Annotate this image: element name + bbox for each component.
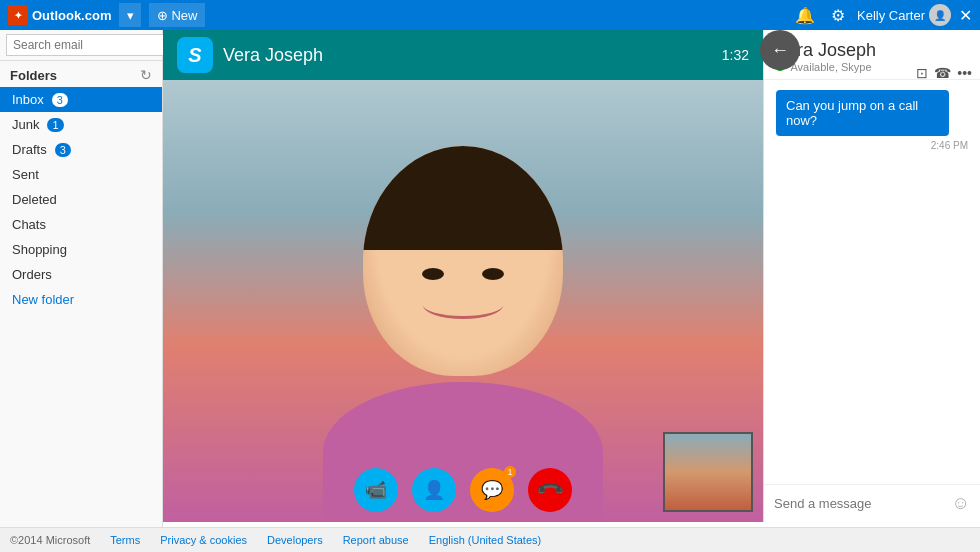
skype-contact-name: Vera Joseph bbox=[223, 45, 712, 66]
people-icon: 👤 bbox=[423, 479, 445, 501]
chat-messages: Can you jump on a call now? 2:46 PM bbox=[764, 80, 980, 484]
video-icon: 📹 bbox=[365, 479, 387, 501]
sidebar-item-drafts[interactable]: Drafts 3 bbox=[0, 137, 162, 162]
deleted-label: Deleted bbox=[12, 192, 57, 207]
sidebar-item-sent[interactable]: Sent bbox=[0, 162, 162, 187]
back-icon: ← bbox=[771, 40, 789, 61]
search-input[interactable] bbox=[6, 34, 170, 56]
topbar: ✦ Outlook.com ▾ ⊕ New 🔔 ⚙ Kelly Carter 👤… bbox=[0, 0, 980, 30]
emoji-button[interactable]: ☺ bbox=[952, 493, 970, 514]
sidebar-item-inbox[interactable]: Inbox 3 bbox=[0, 87, 162, 112]
right-eye bbox=[482, 268, 504, 280]
chat-bubble: Can you jump on a call now? bbox=[776, 90, 949, 136]
logo-text: Outlook.com bbox=[32, 8, 111, 23]
inbox-badge: 3 bbox=[52, 93, 68, 107]
new-folder-label: New folder bbox=[12, 292, 74, 307]
audio-call-icon-button[interactable]: ☎ bbox=[934, 65, 951, 81]
skype-call-duration: 1:32 bbox=[722, 47, 749, 63]
skype-back-button[interactable]: ← bbox=[760, 30, 800, 70]
drafts-label: Drafts bbox=[12, 142, 47, 157]
folders-title: Folders bbox=[10, 68, 57, 83]
skype-header: S Vera Joseph 1:32 bbox=[163, 30, 763, 80]
junk-badge: 1 bbox=[47, 118, 63, 132]
avatar: 👤 bbox=[929, 4, 951, 26]
search-area: 🔍 bbox=[0, 30, 162, 61]
person-smile bbox=[423, 291, 503, 319]
shopping-label: Shopping bbox=[12, 242, 67, 257]
skype-logo: S bbox=[177, 37, 213, 73]
settings-icon: ⚙ bbox=[831, 7, 845, 24]
report-abuse-link[interactable]: Report abuse bbox=[343, 534, 409, 546]
topbar-right: 🔔 ⚙ Kelly Carter 👤 ✕ bbox=[791, 4, 972, 27]
skype-logo-icon: S bbox=[177, 37, 213, 73]
chat-button[interactable]: 💬 1 bbox=[470, 468, 514, 512]
new-button[interactable]: ⊕ New bbox=[149, 3, 205, 27]
chat-notification-badge: 1 bbox=[504, 466, 516, 478]
logo-dropdown-button[interactable]: ▾ bbox=[119, 3, 141, 27]
chat-contact-name: Vera Joseph bbox=[776, 40, 968, 61]
status-text: Available bbox=[790, 61, 834, 73]
sidebar-item-chats[interactable]: Chats bbox=[0, 212, 162, 237]
status-platform: Skype bbox=[841, 61, 872, 73]
message-text: Can you jump on a call now? bbox=[786, 98, 918, 128]
sent-label: Sent bbox=[12, 167, 39, 182]
close-button[interactable]: ✕ bbox=[959, 6, 972, 25]
notification-button[interactable]: 🔔 bbox=[791, 4, 819, 27]
people-button[interactable]: 👤 bbox=[412, 468, 456, 512]
chats-label: Chats bbox=[12, 217, 46, 232]
notification-icon: 🔔 bbox=[795, 7, 815, 24]
drafts-badge: 3 bbox=[55, 143, 71, 157]
logo-icon: ✦ bbox=[8, 5, 28, 25]
chat-icon: 💬 bbox=[481, 479, 503, 501]
language-link[interactable]: English (United States) bbox=[429, 534, 542, 546]
skype-video-area: 📹 👤 💬 1 📞 bbox=[163, 80, 763, 522]
sidebar-item-deleted[interactable]: Deleted bbox=[0, 187, 162, 212]
sidebar-item-orders[interactable]: Orders bbox=[0, 262, 162, 287]
self-video-thumbnail bbox=[663, 432, 753, 512]
page-footer: ©2014 Microsoft Terms Privacy & cookies … bbox=[0, 527, 980, 552]
video-call-icon-button[interactable]: ⊡ bbox=[916, 65, 928, 81]
junk-label: Junk bbox=[12, 117, 39, 132]
settings-button[interactable]: ⚙ bbox=[827, 4, 849, 27]
more-options-button[interactable]: ••• bbox=[957, 65, 972, 81]
skype-overlay: S Vera Joseph 1:32 bbox=[163, 30, 763, 522]
left-eye bbox=[422, 268, 444, 280]
sidebar-item-junk[interactable]: Junk 1 bbox=[0, 112, 162, 137]
call-controls: 📹 👤 💬 1 📞 bbox=[354, 468, 572, 512]
chat-message-input[interactable] bbox=[774, 496, 946, 511]
inbox-label: Inbox bbox=[12, 92, 44, 107]
chat-input-area: ☺ bbox=[764, 484, 980, 522]
copyright: ©2014 Microsoft bbox=[10, 534, 90, 546]
developers-link[interactable]: Developers bbox=[267, 534, 323, 546]
person-face bbox=[363, 146, 563, 376]
new-icon: ⊕ bbox=[157, 8, 168, 23]
message-time: 2:46 PM bbox=[776, 140, 968, 151]
refresh-icon[interactable]: ↻ bbox=[140, 67, 152, 83]
self-video-feed bbox=[665, 434, 751, 510]
chat-header-icons: ⊡ ☎ ••• bbox=[916, 65, 972, 81]
privacy-link[interactable]: Privacy & cookies bbox=[160, 534, 247, 546]
hangup-icon: 📞 bbox=[534, 474, 565, 505]
user-name: Kelly Carter bbox=[857, 8, 925, 23]
video-toggle-button[interactable]: 📹 bbox=[354, 468, 398, 512]
person-hair bbox=[363, 146, 563, 250]
person-eyes bbox=[403, 257, 523, 292]
orders-label: Orders bbox=[12, 267, 52, 282]
hangup-button[interactable]: 📞 bbox=[528, 468, 572, 512]
chat-panel: Vera Joseph Available, Skype ⊡ ☎ ••• Can… bbox=[763, 30, 980, 522]
sidebar-item-new-folder[interactable]: New folder bbox=[0, 287, 162, 312]
terms-link[interactable]: Terms bbox=[110, 534, 140, 546]
user-menu[interactable]: Kelly Carter 👤 bbox=[857, 4, 951, 26]
outlook-logo: ✦ Outlook.com bbox=[8, 5, 111, 25]
sidebar-header: Folders ↻ bbox=[0, 61, 162, 87]
sidebar-item-shopping[interactable]: Shopping bbox=[0, 237, 162, 262]
emoji-icon: ☺ bbox=[952, 493, 970, 513]
sidebar: 🔍 Folders ↻ Inbox 3 Junk 1 Drafts 3 Sent… bbox=[0, 30, 163, 552]
